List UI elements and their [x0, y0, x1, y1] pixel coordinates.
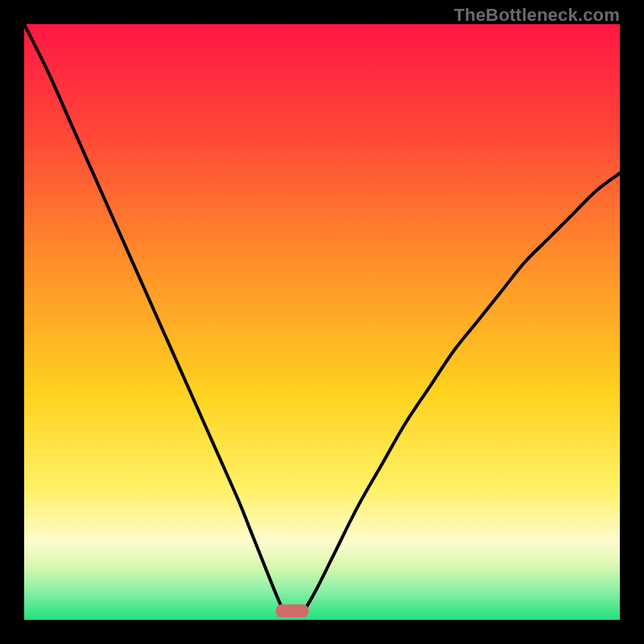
baseline-marker: [276, 605, 309, 617]
outer-frame: TheBottleneck.com: [0, 0, 644, 644]
chart-svg: [24, 24, 620, 620]
watermark-text: TheBottleneck.com: [454, 5, 620, 26]
plot-area: [24, 24, 620, 620]
gradient-background: [24, 24, 620, 620]
